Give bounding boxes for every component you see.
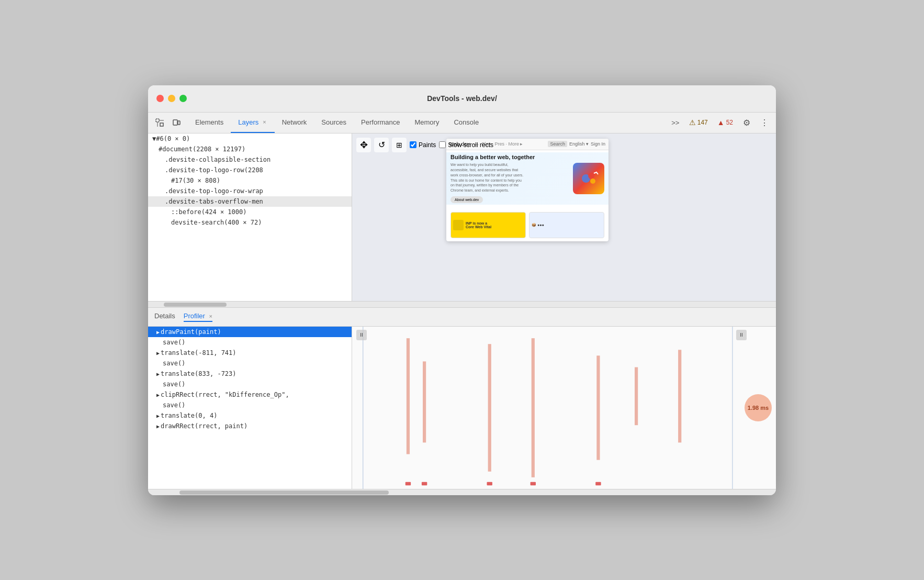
main-area: ▼#6(0 × 0) #document(2208 × 12197) .devs…: [148, 133, 776, 301]
preview-hero: Building a better web, together We want …: [446, 152, 609, 205]
svg-rect-0: [156, 119, 159, 122]
warning-badge[interactable]: ⚠ 147: [686, 117, 711, 128]
bottom-panel: Details Profiler × ▶drawPaint(paint) sav…: [148, 307, 776, 495]
warning-icon: ⚠: [689, 118, 696, 127]
svg-rect-19: [422, 482, 427, 485]
tab-profiler[interactable]: Profiler ×: [184, 312, 212, 322]
device-toolbar-icon[interactable]: [169, 115, 184, 130]
tab-network[interactable]: Network: [275, 113, 314, 133]
preview-card-2: 📦 ●●●: [529, 212, 604, 238]
layer-toolbar: ✥ ↺ ⊞ Paints Slow scroll rects: [356, 138, 493, 152]
layer-item-document[interactable]: #document(2208 × 12197): [148, 144, 352, 154]
tabs-container: Elements Layers × Network Sources Perfor…: [188, 113, 668, 133]
slow-scroll-checkbox-input[interactable]: [439, 141, 446, 148]
tab-layers[interactable]: Layers ×: [231, 113, 274, 133]
profiler-scrollbar[interactable]: [148, 489, 776, 495]
inspector-icon[interactable]: [152, 115, 167, 130]
tab-memory[interactable]: Memory: [407, 113, 446, 133]
tree-item-save-1[interactable]: save(): [148, 337, 352, 348]
layer-item-collapsible[interactable]: .devsite-collapsible-section: [148, 154, 352, 165]
error-badge[interactable]: ▲ 52: [714, 117, 736, 128]
window-title: DevTools - web.dev/: [427, 94, 497, 103]
minimize-button[interactable]: [168, 95, 175, 102]
svg-point-7: [588, 173, 594, 179]
svg-point-8: [590, 179, 595, 184]
tree-item-drawrrect[interactable]: ▶drawRRect(rrect, paint): [148, 421, 352, 431]
tree-item-translate-3[interactable]: ▶translate(0, 4): [148, 410, 352, 421]
tab-bar-right: >> ⚠ 147 ▲ 52 ⚙ ⋮: [668, 113, 772, 133]
devtools-window: DevTools - web.dev/ Elements: [148, 85, 776, 495]
paints-checkbox[interactable]: Paints: [410, 141, 436, 149]
svg-rect-18: [405, 482, 411, 485]
timeline-pause-left[interactable]: ⏸: [356, 330, 367, 340]
svg-rect-14: [532, 338, 535, 477]
tree-item-save-2[interactable]: save(): [148, 358, 352, 369]
preview-cards: INP is now aCore Web Vital 📦 ●●●: [446, 209, 609, 241]
layer-item-logo-row-wrap[interactable]: .devsite-top-logo-row-wrap: [148, 186, 352, 196]
tree-item-translate-2[interactable]: ▶translate(833, -723): [148, 369, 352, 379]
settings-icon[interactable]: ⚙: [739, 115, 754, 130]
svg-rect-4: [173, 120, 177, 125]
fit-tool-button[interactable]: ⊞: [392, 138, 407, 152]
svg-rect-16: [635, 367, 638, 425]
preview-cta: About web.dev: [450, 196, 483, 203]
tree-item-save-3[interactable]: save(): [148, 379, 352, 389]
window-controls: [156, 95, 187, 102]
svg-rect-21: [531, 482, 536, 485]
layer-item-search[interactable]: devsite-search(400 × 72): [148, 217, 352, 228]
webpage-preview: web.dev — Play · Pres · More ▸ Search En…: [446, 139, 609, 241]
svg-rect-5: [178, 121, 180, 125]
tree-item-translate-1[interactable]: ▶translate(-811, 741): [148, 348, 352, 358]
tab-sources[interactable]: Sources: [314, 113, 354, 133]
tree-item-drawpaint[interactable]: ▶drawPaint(paint): [148, 327, 352, 337]
timeline-pause-right[interactable]: ⏸: [736, 330, 747, 340]
svg-rect-22: [595, 482, 601, 485]
svg-rect-11: [407, 338, 410, 454]
tree-item-cliprrect[interactable]: ▶clipRRect(rrect, "kDifference_Op",: [148, 389, 352, 400]
profiler-timeline: ⏸ ⏸ 1.98 ms: [352, 327, 776, 489]
close-button[interactable]: [156, 95, 164, 102]
error-icon: ▲: [717, 118, 725, 127]
rotate-tool-button[interactable]: ↺: [374, 138, 389, 152]
layer-item-tabs-overflow[interactable]: .devsite-tabs-overflow-men: [148, 196, 352, 207]
svg-rect-13: [488, 344, 491, 472]
tab-elements[interactable]: Elements: [188, 113, 231, 133]
layer-item-root[interactable]: ▼#6(0 × 0): [148, 133, 352, 144]
svg-rect-20: [487, 482, 492, 485]
timeline-svg: [352, 327, 776, 489]
preview-card-1: INP is now aCore Web Vital: [450, 212, 526, 238]
tab-console[interactable]: Console: [446, 113, 486, 133]
profiler-tab-close[interactable]: ×: [209, 313, 212, 319]
profiler-area: ▶drawPaint(paint) save() ▶translate(-811…: [148, 327, 776, 489]
maximize-button[interactable]: [179, 95, 187, 102]
pan-tool-button[interactable]: ✥: [356, 138, 371, 152]
layer-preview: ✥ ↺ ⊞ Paints Slow scroll rects: [352, 133, 776, 301]
profiler-scrollbar-thumb[interactable]: [179, 490, 389, 495]
layer-item-17[interactable]: #17(30 × 808): [148, 175, 352, 186]
layer-item-before[interactable]: ::before(424 × 1000): [148, 207, 352, 217]
tab-layers-close[interactable]: ×: [262, 118, 267, 126]
preview-hero-image: [573, 163, 604, 194]
layers-scrollbar[interactable]: [148, 301, 776, 307]
tab-details[interactable]: Details: [154, 312, 175, 322]
svg-rect-17: [678, 350, 681, 442]
paints-checkbox-input[interactable]: [410, 141, 416, 148]
error-count: 52: [726, 119, 733, 126]
slow-scroll-checkbox[interactable]: Slow scroll rects: [439, 141, 493, 149]
tree-item-save-4[interactable]: save(): [148, 400, 352, 410]
bottom-tabs: Details Profiler ×: [148, 308, 776, 327]
layer-item-logo-row[interactable]: .devsite-top-logo-row(2208: [148, 165, 352, 175]
warning-count: 147: [697, 119, 708, 126]
tab-performance[interactable]: Performance: [354, 113, 407, 133]
layers-scrollbar-thumb[interactable]: [164, 303, 227, 307]
svg-rect-12: [423, 361, 426, 442]
more-tabs-button[interactable]: >>: [668, 115, 683, 130]
layers-panel[interactable]: ▼#6(0 × 0) #document(2208 × 12197) .devs…: [148, 133, 352, 301]
menu-icon[interactable]: ⋮: [757, 115, 772, 130]
tab-bar: Elements Layers × Network Sources Perfor…: [148, 113, 776, 133]
preview-hero-text: Building a better web, together We want …: [450, 153, 535, 203]
svg-rect-15: [596, 355, 600, 460]
svg-rect-1: [160, 123, 163, 126]
profiler-tree[interactable]: ▶drawPaint(paint) save() ▶translate(-811…: [148, 327, 352, 489]
timer-badge: 1.98 ms: [745, 394, 772, 421]
